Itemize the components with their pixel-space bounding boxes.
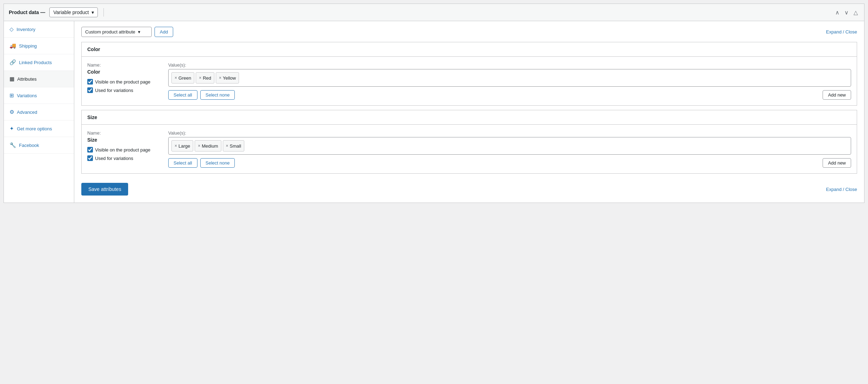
collapse-down-button[interactable]: ∨ xyxy=(843,8,850,17)
product-data-panel: Product data — Variable product ▾ ∧ ∨ △ … xyxy=(4,4,864,203)
sidebar-item-label: Linked Products xyxy=(19,60,52,65)
variations-icon: ⊞ xyxy=(10,92,14,99)
action-row-color: Select all Select none Add new xyxy=(168,90,851,100)
tag-label: Small xyxy=(230,143,241,149)
attribute-block-header-size: Size xyxy=(82,110,857,125)
diamond-icon: ◇ xyxy=(10,26,14,32)
panel-header-right: ∧ ∨ △ xyxy=(834,8,859,17)
attr-right-size: Value(s): × Large × Medium × xyxy=(168,130,851,168)
sidebar-item-linked-products[interactable]: 🔗 Linked Products xyxy=(4,54,74,71)
attr-name-size: Size xyxy=(87,137,158,143)
select-none-button-color[interactable]: Select none xyxy=(200,90,235,100)
header-divider xyxy=(103,8,104,17)
sidebar: ◇ Inventory 🚚 Shipping 🔗 Linked Products… xyxy=(4,21,74,203)
sidebar-item-shipping[interactable]: 🚚 Shipping xyxy=(4,38,74,54)
gear-icon: ⚙ xyxy=(10,109,14,115)
tag-large: × Large xyxy=(171,140,193,151)
attr-right-color: Value(s): × Green × Red × xyxy=(168,62,851,100)
tag-remove-icon[interactable]: × xyxy=(219,75,221,80)
expand-close-top[interactable]: Expand / Close xyxy=(826,29,857,35)
action-row-size: Select all Select none Add new xyxy=(168,158,851,168)
save-attributes-button[interactable]: Save attributes xyxy=(81,183,128,196)
tag-label: Green xyxy=(178,75,191,81)
tag-remove-icon[interactable]: × xyxy=(175,143,177,148)
tag-remove-icon[interactable]: × xyxy=(198,143,200,148)
visible-checkbox-row-color: Visible on the product page xyxy=(87,79,158,85)
values-label-size: Value(s): xyxy=(168,130,851,136)
attribute-type-select[interactable]: Custom product attribute ▾ xyxy=(81,27,152,37)
tag-label: Large xyxy=(178,143,190,149)
sidebar-item-label: Shipping xyxy=(19,43,37,49)
tag-yellow: × Yellow xyxy=(216,72,239,83)
shipping-icon: 🚚 xyxy=(10,43,16,49)
visible-checkbox-row-size: Visible on the product page xyxy=(87,147,158,153)
attribute-type-label: Custom product attribute xyxy=(85,29,135,35)
attribute-block-size: Size Name: Size Visible on the product p… xyxy=(81,110,857,174)
values-area-size: × Large × Medium × Small xyxy=(168,137,851,155)
collapse-up-button[interactable]: ∧ xyxy=(834,8,841,17)
link-icon: 🔗 xyxy=(10,59,16,66)
sidebar-item-inventory[interactable]: ◇ Inventory xyxy=(4,21,74,38)
add-new-button-size[interactable]: Add new xyxy=(823,158,851,168)
tag-label: Red xyxy=(203,75,211,81)
tag-label: Yellow xyxy=(223,75,236,81)
attribute-block-header-color: Color xyxy=(82,42,857,57)
tag-remove-icon[interactable]: × xyxy=(175,75,177,80)
top-toolbar: Custom product attribute ▾ Add Expand / … xyxy=(81,27,857,37)
tag-small: × Small xyxy=(223,140,245,151)
name-label-size: Name: xyxy=(87,130,158,136)
attr-left-color: Name: Color Visible on the product page … xyxy=(87,62,158,100)
tag-remove-icon[interactable]: × xyxy=(226,143,228,148)
sidebar-item-label: Variations xyxy=(17,93,37,98)
expand-button[interactable]: △ xyxy=(852,8,859,17)
action-row-left-size: Select all Select none xyxy=(168,158,235,168)
star-icon: ✦ xyxy=(10,125,14,132)
values-label-color: Value(s): xyxy=(168,62,851,68)
select-all-button-color[interactable]: Select all xyxy=(168,90,197,100)
attr-name-color: Color xyxy=(87,69,158,75)
sidebar-item-label: Facebook xyxy=(19,143,39,148)
visible-checkbox-size[interactable] xyxy=(87,147,93,153)
chevron-down-icon: ▾ xyxy=(92,10,94,15)
variations-checkbox-row-color: Used for variations xyxy=(87,87,158,93)
panel-title: Product data — xyxy=(9,10,45,15)
panel-body: ◇ Inventory 🚚 Shipping 🔗 Linked Products… xyxy=(4,21,864,203)
panel-header-left: Product data — Variable product ▾ xyxy=(9,7,105,17)
main-content: Custom product attribute ▾ Add Expand / … xyxy=(74,21,864,203)
tag-red: × Red xyxy=(196,72,214,83)
sidebar-item-label: Advanced xyxy=(17,110,37,115)
chevron-down-icon: ▾ xyxy=(138,29,140,35)
expand-close-bottom[interactable]: Expand / Close xyxy=(826,187,857,192)
variations-checkbox-size[interactable] xyxy=(87,155,93,161)
sidebar-item-facebook[interactable]: 🔧 Facebook xyxy=(4,137,74,154)
product-type-select[interactable]: Variable product ▾ xyxy=(49,7,98,17)
sidebar-item-attributes[interactable]: ▦ Attributes xyxy=(4,71,74,87)
variations-checkbox-color[interactable] xyxy=(87,87,93,93)
sidebar-item-get-more-options[interactable]: ✦ Get more options xyxy=(4,120,74,137)
visible-label-size: Visible on the product page xyxy=(95,147,150,153)
variations-label-color: Used for variations xyxy=(95,88,133,93)
select-all-button-size[interactable]: Select all xyxy=(168,158,197,168)
attributes-icon: ▦ xyxy=(10,76,14,82)
attr-left-size: Name: Size Visible on the product page U… xyxy=(87,130,158,168)
add-new-button-color[interactable]: Add new xyxy=(823,90,851,100)
top-toolbar-left: Custom product attribute ▾ Add xyxy=(81,27,173,37)
save-bar: Save attributes Expand / Close xyxy=(81,178,857,197)
attribute-block-body-color: Name: Color Visible on the product page … xyxy=(82,57,857,105)
sidebar-item-variations[interactable]: ⊞ Variations xyxy=(4,87,74,104)
tag-label: Medium xyxy=(202,143,218,149)
select-none-button-size[interactable]: Select none xyxy=(200,158,235,168)
name-label-color: Name: xyxy=(87,62,158,68)
attribute-block-color: Color Name: Color Visible on the product… xyxy=(81,42,857,106)
visible-checkbox-color[interactable] xyxy=(87,79,93,85)
wrench-icon: 🔧 xyxy=(10,142,16,148)
sidebar-item-advanced[interactable]: ⚙ Advanced xyxy=(4,104,74,120)
attribute-block-body-size: Name: Size Visible on the product page U… xyxy=(82,125,857,173)
sidebar-item-label: Attributes xyxy=(17,76,37,82)
add-attribute-button[interactable]: Add xyxy=(155,27,173,37)
tag-medium: × Medium xyxy=(195,140,221,151)
variations-checkbox-row-size: Used for variations xyxy=(87,155,158,161)
sidebar-item-label: Get more options xyxy=(17,126,52,131)
tag-remove-icon[interactable]: × xyxy=(199,75,201,80)
variations-label-size: Used for variations xyxy=(95,156,133,161)
